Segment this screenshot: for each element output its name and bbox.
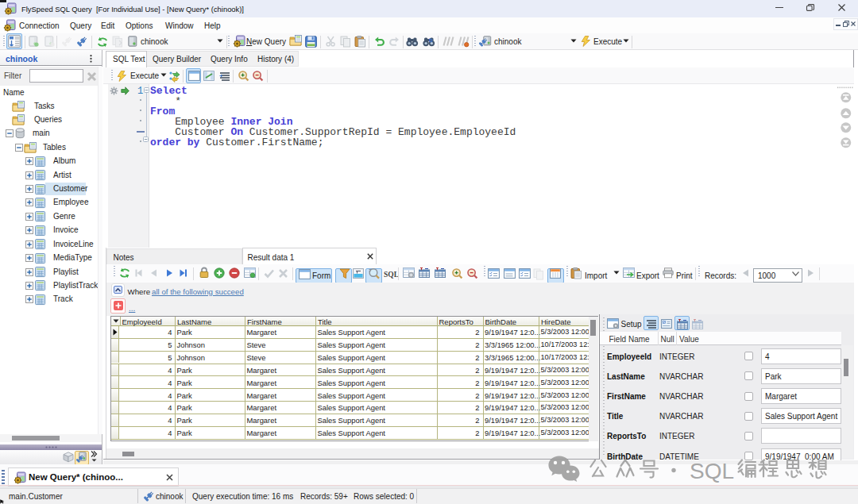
svg-text:b: b — [429, 37, 433, 44]
svg-text:SQL: SQL — [384, 271, 399, 279]
svg-text:SQL: SQL — [690, 459, 734, 483]
